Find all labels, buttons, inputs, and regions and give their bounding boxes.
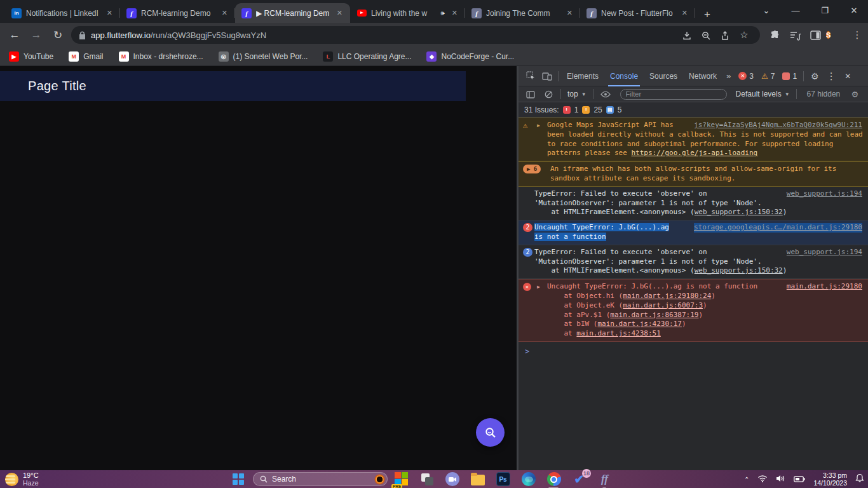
context-selector[interactable]: top▼ xyxy=(565,90,589,98)
browser-menu-icon[interactable]: ⋮ xyxy=(849,29,865,41)
error-count-badge[interactable]: ✕3 xyxy=(738,72,754,81)
message-source-link[interactable]: main.dart.js:29180 xyxy=(787,282,862,292)
bookmark-inbox[interactable]: M Inbox - drshehroze... xyxy=(119,51,203,62)
tab-new-post[interactable]: f New Post - FlutterFlo ✕ xyxy=(580,3,695,23)
inspect-element-icon[interactable] xyxy=(522,71,539,81)
side-panel-icon[interactable] xyxy=(806,29,825,41)
back-button[interactable]: ← xyxy=(4,29,25,41)
console-message[interactable]: 2TypeError: Failed to execute 'observe' … xyxy=(519,245,868,279)
source-link[interactable]: main.dart.js:4238:51 xyxy=(576,329,660,337)
tab-audio-icon[interactable]: 🕪 xyxy=(440,10,444,17)
devtools-settings-icon[interactable]: ⚙ xyxy=(806,71,823,81)
tab-rcm-run-active[interactable]: f ▶ RCM-learning Dem ✕ xyxy=(235,3,350,23)
expander-icon[interactable]: ▶ xyxy=(537,121,540,131)
message-source-link[interactable]: js?key=AIzaSyBAj4Nqm…x6bTaQ0z0k5qw9U:211 xyxy=(694,121,862,130)
source-link[interactable]: web_support.js:150:32 xyxy=(695,208,783,216)
volume-icon[interactable] xyxy=(776,473,785,485)
source-link[interactable]: main.dart.js:86387:19 xyxy=(610,311,698,319)
weather-widget[interactable]: 19°CHaze xyxy=(5,471,39,487)
source-link[interactable]: main.dart.js:29180:24 xyxy=(623,292,711,300)
warning-count-badge[interactable]: ⚠7 xyxy=(761,72,775,81)
app-snipping[interactable] xyxy=(419,472,434,487)
tab-close-icon[interactable]: ✕ xyxy=(104,8,115,18)
tab-rcm-demo[interactable]: f RCM-learning Demo ✕ xyxy=(120,3,235,23)
reload-button[interactable]: ↻ xyxy=(47,29,69,42)
tab-elements[interactable]: Elements xyxy=(561,66,604,86)
notifications-bell-icon[interactable] xyxy=(855,473,864,485)
bookmark-gmail[interactable]: M Gmail xyxy=(69,51,103,62)
new-tab-button[interactable]: + xyxy=(699,6,715,23)
devtools-close-icon[interactable]: ✕ xyxy=(839,72,856,81)
devtools-menu-icon[interactable]: ⋮ xyxy=(823,71,839,82)
console-message[interactable]: TypeError: Failed to execute 'observe' o… xyxy=(519,187,868,220)
bookmark-nocodeforge[interactable]: ◆ NoCodeForge - Cur... xyxy=(426,51,514,62)
tab-joining-community[interactable]: f Joining The Comm ✕ xyxy=(465,3,580,23)
console-message[interactable]: ✕▶Uncaught TypeError: J.bG(...).ag is no… xyxy=(519,279,868,342)
tab-sources[interactable]: Sources xyxy=(644,66,683,86)
tab-network[interactable]: Network xyxy=(683,66,722,86)
bookmark-star-icon[interactable]: ☆ xyxy=(735,29,754,41)
minimize-button[interactable]: — xyxy=(783,0,808,22)
message-source-link[interactable]: web_support.js:194 xyxy=(787,189,862,199)
maximize-button[interactable]: ❐ xyxy=(812,0,837,22)
start-button[interactable] xyxy=(233,473,244,485)
app-edge[interactable] xyxy=(521,472,536,487)
issues-bar[interactable]: 31 Issues: !1 !25 ▤5 xyxy=(519,102,868,118)
avatar[interactable]: S xyxy=(826,27,831,43)
source-link[interactable]: https://goo.gle/js-api-loading xyxy=(631,149,757,157)
tab-youtube[interactable]: Living with the w 🕪 ✕ xyxy=(350,3,465,23)
wifi-icon[interactable] xyxy=(757,473,768,485)
window-close-button[interactable]: ✕ xyxy=(841,0,867,22)
source-link[interactable]: main.dart.js:6007:3 xyxy=(623,301,703,309)
console-filter-input[interactable] xyxy=(620,89,727,100)
tray-expand-icon[interactable]: ⌃ xyxy=(744,476,749,483)
bookmark-sonetel[interactable]: ◎ (1) Sonetel Web Por... xyxy=(219,51,308,62)
source-link[interactable]: main.dart.js:4230:17 xyxy=(597,320,681,328)
tab-close-icon[interactable]: ✕ xyxy=(679,8,690,18)
search-fab[interactable] xyxy=(476,418,505,447)
source-link[interactable]: web_support.js:150:32 xyxy=(695,266,783,274)
app-microsoft365[interactable]: PRE xyxy=(394,472,409,487)
tab-close-icon[interactable]: ✕ xyxy=(219,8,230,18)
console-sidebar-icon[interactable] xyxy=(522,90,539,98)
app-file-explorer[interactable] xyxy=(470,472,485,487)
message-source-link[interactable]: web_support.js:194 xyxy=(787,248,862,257)
clear-console-icon[interactable] xyxy=(540,90,557,98)
tab-close-icon[interactable]: ✕ xyxy=(334,8,345,18)
device-toolbar-icon[interactable] xyxy=(539,71,555,81)
battery-icon[interactable] xyxy=(794,473,805,485)
taskbar-search[interactable]: Search xyxy=(253,472,388,486)
app-todo[interactable]: ✔18 xyxy=(572,472,587,487)
app-video[interactable] xyxy=(445,472,459,487)
expander-icon[interactable]: ▶ xyxy=(537,283,540,292)
console-message[interactable]: ⚠▶Google Maps JavaScript API hasbeen loa… xyxy=(519,118,868,161)
tab-console[interactable]: Console xyxy=(604,66,644,86)
console-settings-icon[interactable]: ⚙ xyxy=(846,90,863,99)
tab-close-icon[interactable]: ✕ xyxy=(564,8,575,18)
address-bar[interactable]: app.flutterflow.io/run/aQW3BggjFv5Sug8wa… xyxy=(71,26,760,44)
eye-icon[interactable] xyxy=(597,90,614,98)
download-icon[interactable] xyxy=(677,29,696,41)
forward-button[interactable]: → xyxy=(25,29,47,41)
extensions-icon[interactable] xyxy=(765,29,784,41)
tab-linkedin[interactable]: in Notifications | LinkedI ✕ xyxy=(5,3,120,23)
zoom-icon[interactable] xyxy=(696,29,715,41)
app-photoshop[interactable]: Ps xyxy=(496,472,510,487)
log-levels-selector[interactable]: Default levels▼ xyxy=(733,90,792,98)
tab-close-icon[interactable]: ✕ xyxy=(449,8,460,18)
message-source-link[interactable]: storage.googleapis.c…/main.dart.js:29180 xyxy=(694,223,862,233)
bookmark-youtube[interactable]: ▶ YouTube xyxy=(9,51,53,62)
bookmark-llc[interactable]: L LLC Operating Agre... xyxy=(323,51,411,62)
issues-count-badge[interactable]: 1 xyxy=(782,72,797,81)
taskbar-clock[interactable]: 3:33 pm14/10/2023 xyxy=(813,471,847,487)
more-tabs-icon[interactable]: » xyxy=(722,71,735,81)
app-chrome-active[interactable] xyxy=(546,472,561,487)
share-icon[interactable] xyxy=(715,29,735,41)
app-flutterflow[interactable]: ff xyxy=(597,472,612,487)
console-prompt[interactable]: > xyxy=(519,342,868,356)
console-message[interactable]: 2Uncaught TypeError: J.bG(...).agis not … xyxy=(519,220,868,245)
search-tabs-button[interactable]: ⌄ xyxy=(754,0,779,22)
media-controls-icon[interactable] xyxy=(785,29,804,41)
nocodeforge-icon: ◆ xyxy=(426,51,437,62)
console-message[interactable]: ▶ 6An iframe which has both allow-script… xyxy=(519,161,868,187)
